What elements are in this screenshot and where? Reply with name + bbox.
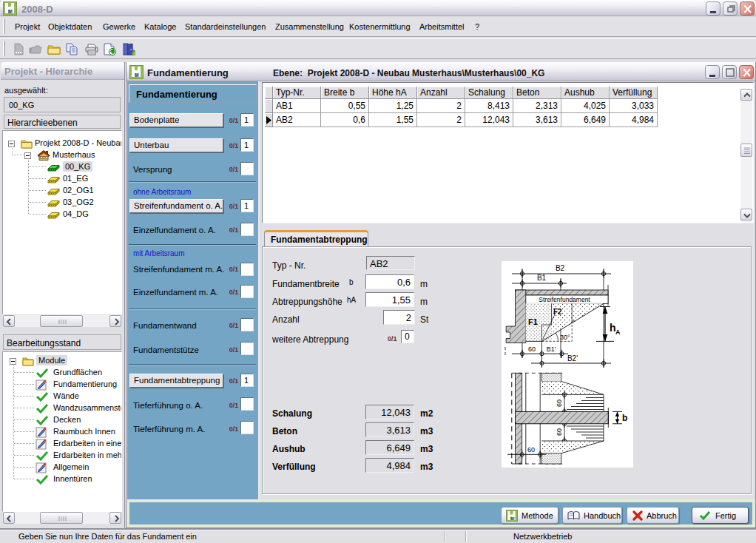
svg-text:B1: B1 bbox=[537, 274, 547, 282]
svg-text:60: 60 bbox=[556, 428, 563, 436]
svg-text:B2': B2' bbox=[567, 354, 578, 362]
svg-text:30°: 30° bbox=[560, 334, 570, 341]
svg-text:60: 60 bbox=[527, 446, 535, 453]
svg-text:F2: F2 bbox=[553, 308, 562, 316]
svg-text:F1: F1 bbox=[528, 317, 538, 326]
svg-text:60: 60 bbox=[556, 399, 563, 407]
svg-text:B2: B2 bbox=[556, 264, 565, 272]
svg-text:B1': B1' bbox=[547, 345, 556, 353]
svg-text:60: 60 bbox=[528, 345, 536, 353]
svg-text:Streifenfundament: Streifenfundament bbox=[539, 296, 590, 303]
svg-text:b: b bbox=[622, 413, 627, 423]
svg-text:A: A bbox=[615, 328, 621, 336]
svg-text:M: M bbox=[511, 516, 515, 521]
